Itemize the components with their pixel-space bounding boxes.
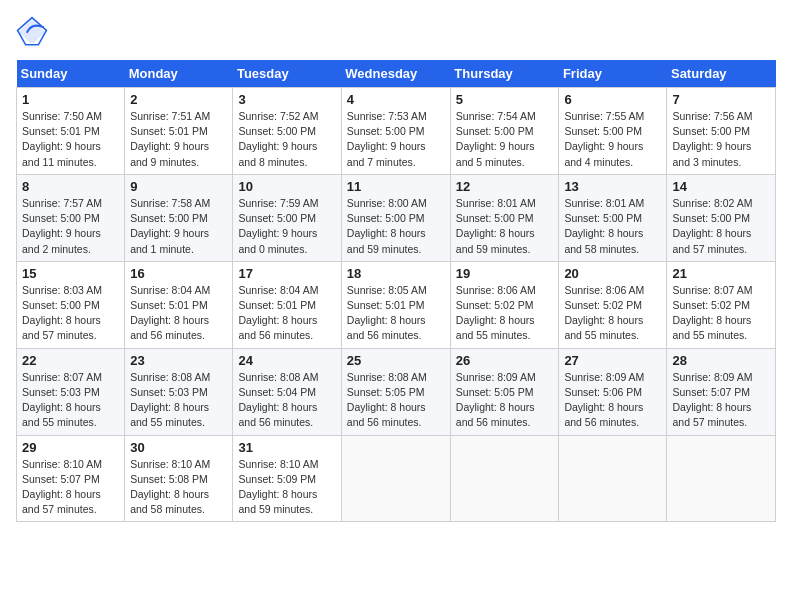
calendar-table: SundayMondayTuesdayWednesdayThursdayFrid…: [16, 60, 776, 522]
calendar-body: 1 Sunrise: 7:50 AM Sunset: 5:01 PM Dayli…: [17, 88, 776, 522]
logo-icon: [16, 16, 48, 48]
calendar-day-cell: 27 Sunrise: 8:09 AM Sunset: 5:06 PM Dayl…: [559, 348, 667, 435]
calendar-day-cell: 5 Sunrise: 7:54 AM Sunset: 5:00 PM Dayli…: [450, 88, 559, 175]
day-detail: Sunrise: 7:51 AM Sunset: 5:01 PM Dayligh…: [130, 109, 227, 170]
calendar-day-cell: 17 Sunrise: 8:04 AM Sunset: 5:01 PM Dayl…: [233, 261, 341, 348]
day-detail: Sunrise: 8:09 AM Sunset: 5:06 PM Dayligh…: [564, 370, 661, 431]
calendar-day-cell: 10 Sunrise: 7:59 AM Sunset: 5:00 PM Dayl…: [233, 174, 341, 261]
day-number: 16: [130, 266, 227, 281]
weekday-header: Friday: [559, 60, 667, 88]
calendar-week-row: 8 Sunrise: 7:57 AM Sunset: 5:00 PM Dayli…: [17, 174, 776, 261]
calendar-day-cell: [667, 435, 776, 522]
day-number: 31: [238, 440, 335, 455]
day-number: 10: [238, 179, 335, 194]
day-detail: Sunrise: 8:08 AM Sunset: 5:05 PM Dayligh…: [347, 370, 445, 431]
calendar-day-cell: 22 Sunrise: 8:07 AM Sunset: 5:03 PM Dayl…: [17, 348, 125, 435]
calendar-day-cell: 7 Sunrise: 7:56 AM Sunset: 5:00 PM Dayli…: [667, 88, 776, 175]
weekday-header: Wednesday: [341, 60, 450, 88]
day-detail: Sunrise: 8:04 AM Sunset: 5:01 PM Dayligh…: [130, 283, 227, 344]
calendar-day-cell: 14 Sunrise: 8:02 AM Sunset: 5:00 PM Dayl…: [667, 174, 776, 261]
day-number: 29: [22, 440, 119, 455]
day-number: 2: [130, 92, 227, 107]
calendar-day-cell: 25 Sunrise: 8:08 AM Sunset: 5:05 PM Dayl…: [341, 348, 450, 435]
day-number: 5: [456, 92, 554, 107]
day-detail: Sunrise: 7:58 AM Sunset: 5:00 PM Dayligh…: [130, 196, 227, 257]
calendar-day-cell: 18 Sunrise: 8:05 AM Sunset: 5:01 PM Dayl…: [341, 261, 450, 348]
day-detail: Sunrise: 8:09 AM Sunset: 5:07 PM Dayligh…: [672, 370, 770, 431]
calendar-day-cell: 23 Sunrise: 8:08 AM Sunset: 5:03 PM Dayl…: [125, 348, 233, 435]
day-number: 17: [238, 266, 335, 281]
day-detail: Sunrise: 8:10 AM Sunset: 5:07 PM Dayligh…: [22, 457, 119, 518]
day-number: 4: [347, 92, 445, 107]
day-number: 3: [238, 92, 335, 107]
calendar-day-cell: [341, 435, 450, 522]
calendar-week-row: 1 Sunrise: 7:50 AM Sunset: 5:01 PM Dayli…: [17, 88, 776, 175]
day-detail: Sunrise: 8:10 AM Sunset: 5:08 PM Dayligh…: [130, 457, 227, 518]
weekday-header: Saturday: [667, 60, 776, 88]
calendar-day-cell: 15 Sunrise: 8:03 AM Sunset: 5:00 PM Dayl…: [17, 261, 125, 348]
day-number: 27: [564, 353, 661, 368]
calendar-day-cell: 1 Sunrise: 7:50 AM Sunset: 5:01 PM Dayli…: [17, 88, 125, 175]
weekday-header-row: SundayMondayTuesdayWednesdayThursdayFrid…: [17, 60, 776, 88]
day-number: 18: [347, 266, 445, 281]
day-detail: Sunrise: 7:59 AM Sunset: 5:00 PM Dayligh…: [238, 196, 335, 257]
calendar-day-cell: 21 Sunrise: 8:07 AM Sunset: 5:02 PM Dayl…: [667, 261, 776, 348]
day-detail: Sunrise: 7:50 AM Sunset: 5:01 PM Dayligh…: [22, 109, 119, 170]
calendar-day-cell: 26 Sunrise: 8:09 AM Sunset: 5:05 PM Dayl…: [450, 348, 559, 435]
day-detail: Sunrise: 8:08 AM Sunset: 5:03 PM Dayligh…: [130, 370, 227, 431]
weekday-header: Thursday: [450, 60, 559, 88]
calendar-day-cell: 29 Sunrise: 8:10 AM Sunset: 5:07 PM Dayl…: [17, 435, 125, 522]
calendar-day-cell: 16 Sunrise: 8:04 AM Sunset: 5:01 PM Dayl…: [125, 261, 233, 348]
day-number: 25: [347, 353, 445, 368]
calendar-day-cell: 20 Sunrise: 8:06 AM Sunset: 5:02 PM Dayl…: [559, 261, 667, 348]
day-detail: Sunrise: 8:08 AM Sunset: 5:04 PM Dayligh…: [238, 370, 335, 431]
day-number: 9: [130, 179, 227, 194]
day-number: 6: [564, 92, 661, 107]
day-number: 19: [456, 266, 554, 281]
calendar-day-cell: 13 Sunrise: 8:01 AM Sunset: 5:00 PM Dayl…: [559, 174, 667, 261]
page-header: [16, 16, 776, 48]
calendar-day-cell: 19 Sunrise: 8:06 AM Sunset: 5:02 PM Dayl…: [450, 261, 559, 348]
weekday-header: Tuesday: [233, 60, 341, 88]
day-number: 28: [672, 353, 770, 368]
logo: [16, 16, 52, 48]
day-detail: Sunrise: 7:55 AM Sunset: 5:00 PM Dayligh…: [564, 109, 661, 170]
day-number: 11: [347, 179, 445, 194]
calendar-day-cell: [450, 435, 559, 522]
day-number: 7: [672, 92, 770, 107]
day-detail: Sunrise: 8:02 AM Sunset: 5:00 PM Dayligh…: [672, 196, 770, 257]
day-number: 1: [22, 92, 119, 107]
day-detail: Sunrise: 8:05 AM Sunset: 5:01 PM Dayligh…: [347, 283, 445, 344]
calendar-day-cell: 31 Sunrise: 8:10 AM Sunset: 5:09 PM Dayl…: [233, 435, 341, 522]
calendar-day-cell: 24 Sunrise: 8:08 AM Sunset: 5:04 PM Dayl…: [233, 348, 341, 435]
day-number: 22: [22, 353, 119, 368]
day-detail: Sunrise: 8:01 AM Sunset: 5:00 PM Dayligh…: [564, 196, 661, 257]
calendar-week-row: 22 Sunrise: 8:07 AM Sunset: 5:03 PM Dayl…: [17, 348, 776, 435]
day-detail: Sunrise: 7:57 AM Sunset: 5:00 PM Dayligh…: [22, 196, 119, 257]
calendar-day-cell: 12 Sunrise: 8:01 AM Sunset: 5:00 PM Dayl…: [450, 174, 559, 261]
day-number: 30: [130, 440, 227, 455]
calendar-day-cell: 4 Sunrise: 7:53 AM Sunset: 5:00 PM Dayli…: [341, 88, 450, 175]
day-number: 23: [130, 353, 227, 368]
day-detail: Sunrise: 8:10 AM Sunset: 5:09 PM Dayligh…: [238, 457, 335, 518]
weekday-header: Sunday: [17, 60, 125, 88]
day-detail: Sunrise: 7:56 AM Sunset: 5:00 PM Dayligh…: [672, 109, 770, 170]
day-detail: Sunrise: 7:53 AM Sunset: 5:00 PM Dayligh…: [347, 109, 445, 170]
day-number: 12: [456, 179, 554, 194]
weekday-header: Monday: [125, 60, 233, 88]
day-detail: Sunrise: 8:06 AM Sunset: 5:02 PM Dayligh…: [564, 283, 661, 344]
day-detail: Sunrise: 8:06 AM Sunset: 5:02 PM Dayligh…: [456, 283, 554, 344]
day-number: 8: [22, 179, 119, 194]
day-detail: Sunrise: 8:00 AM Sunset: 5:00 PM Dayligh…: [347, 196, 445, 257]
day-detail: Sunrise: 8:07 AM Sunset: 5:03 PM Dayligh…: [22, 370, 119, 431]
day-detail: Sunrise: 8:09 AM Sunset: 5:05 PM Dayligh…: [456, 370, 554, 431]
day-detail: Sunrise: 8:01 AM Sunset: 5:00 PM Dayligh…: [456, 196, 554, 257]
calendar-day-cell: 3 Sunrise: 7:52 AM Sunset: 5:00 PM Dayli…: [233, 88, 341, 175]
day-detail: Sunrise: 7:52 AM Sunset: 5:00 PM Dayligh…: [238, 109, 335, 170]
calendar-day-cell: 28 Sunrise: 8:09 AM Sunset: 5:07 PM Dayl…: [667, 348, 776, 435]
day-detail: Sunrise: 8:03 AM Sunset: 5:00 PM Dayligh…: [22, 283, 119, 344]
day-number: 26: [456, 353, 554, 368]
day-number: 13: [564, 179, 661, 194]
calendar-day-cell: 2 Sunrise: 7:51 AM Sunset: 5:01 PM Dayli…: [125, 88, 233, 175]
calendar-day-cell: 6 Sunrise: 7:55 AM Sunset: 5:00 PM Dayli…: [559, 88, 667, 175]
